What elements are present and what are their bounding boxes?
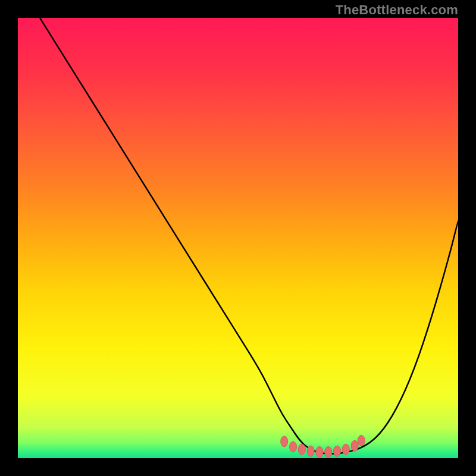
optimal-marker [342, 444, 349, 455]
optimal-marker [358, 435, 365, 446]
optimal-marker [351, 440, 358, 451]
optimal-marker [325, 447, 332, 458]
plot-area [18, 18, 458, 458]
gradient-background [18, 18, 458, 458]
chart-frame: TheBottleneck.com [0, 0, 476, 476]
watermark-text: TheBottleneck.com [336, 2, 458, 18]
optimal-marker [290, 441, 297, 452]
optimal-marker [334, 446, 341, 456]
optimal-marker [316, 447, 323, 458]
optimal-marker [298, 444, 305, 455]
optimal-marker [281, 436, 288, 447]
optimal-marker [307, 446, 314, 456]
bottleneck-chart-svg [18, 18, 458, 458]
